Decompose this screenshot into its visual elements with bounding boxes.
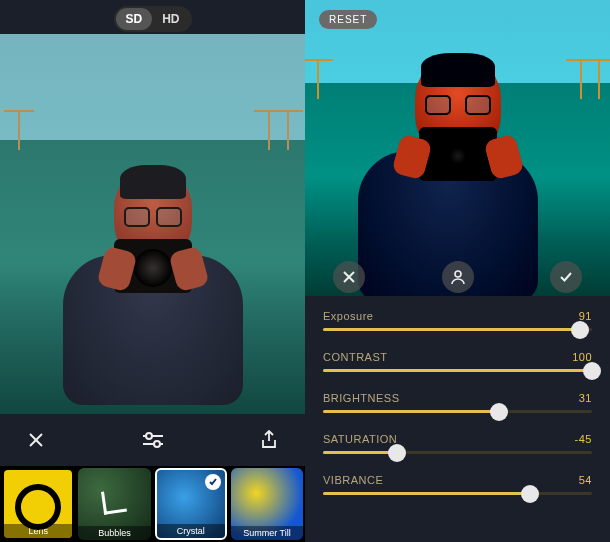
confirm-button[interactable] [550, 261, 582, 293]
reset-button[interactable]: RESET [319, 10, 377, 29]
photo-scene [0, 34, 305, 414]
slider-thumb[interactable] [583, 362, 601, 380]
slider-brightness: BRIGHTNESS 31 [323, 392, 592, 427]
slider-label: VIBRANCE [323, 474, 383, 486]
slider-track[interactable] [323, 492, 592, 495]
filter-label: Bubbles [78, 526, 150, 540]
adjustment-sliders: Exposure 91 CONTRAST 100 BRIGHTNESS 31 [305, 296, 610, 542]
slider-thumb[interactable] [521, 485, 539, 503]
slider-thumb[interactable] [490, 403, 508, 421]
slider-track[interactable] [323, 451, 592, 454]
slider-label: CONTRAST [323, 351, 388, 363]
svg-point-8 [455, 271, 461, 277]
slider-track[interactable] [323, 410, 592, 413]
slider-contrast: CONTRAST 100 [323, 351, 592, 386]
action-row [305, 261, 610, 296]
filter-label: Crystal [157, 524, 225, 538]
slider-label: Exposure [323, 310, 373, 322]
filter-chip-summer[interactable]: Summer Till [231, 468, 303, 540]
filter-chip-bubbles[interactable]: Bubbles [78, 468, 150, 540]
svg-point-5 [154, 441, 160, 447]
slider-track[interactable] [323, 328, 592, 331]
close-icon[interactable] [22, 426, 50, 454]
left-toolbar [0, 414, 305, 466]
filter-chip-crystal[interactable]: Crystal [155, 468, 227, 540]
slider-track[interactable] [323, 369, 592, 372]
slider-value: 54 [579, 474, 592, 486]
slider-saturation: SATURATION -45 [323, 433, 592, 468]
cancel-button[interactable] [333, 261, 365, 293]
slider-thumb[interactable] [388, 444, 406, 462]
filter-strip: Lens Bubbles Crystal Summer Till [0, 466, 305, 542]
slider-label: BRIGHTNESS [323, 392, 400, 404]
svg-point-3 [146, 433, 152, 439]
slider-value: 31 [579, 392, 592, 404]
filter-chip-lens[interactable]: Lens [2, 468, 74, 540]
applied-check-icon [205, 474, 221, 490]
left-panel: SD HD [0, 0, 305, 542]
adjust-sliders-icon[interactable] [139, 426, 167, 454]
slider-label: SATURATION [323, 433, 397, 445]
slider-exposure: Exposure 91 [323, 310, 592, 345]
image-preview-right: RESET [305, 0, 610, 296]
quality-toggle: SD HD [113, 6, 191, 32]
right-panel: RESET Exposure 91 [305, 0, 610, 542]
filter-label: Lens [4, 524, 72, 538]
filter-label: Summer Till [231, 526, 303, 540]
slider-thumb[interactable] [571, 321, 589, 339]
photo-scene [305, 0, 610, 296]
portrait-icon[interactable] [442, 261, 474, 293]
quality-option-sd[interactable]: SD [115, 8, 152, 30]
slider-value: -45 [575, 433, 592, 445]
image-preview-left [0, 34, 305, 414]
slider-vibrance: VIBRANCE 54 [323, 474, 592, 509]
quality-option-hd[interactable]: HD [152, 8, 189, 30]
share-icon[interactable] [255, 426, 283, 454]
